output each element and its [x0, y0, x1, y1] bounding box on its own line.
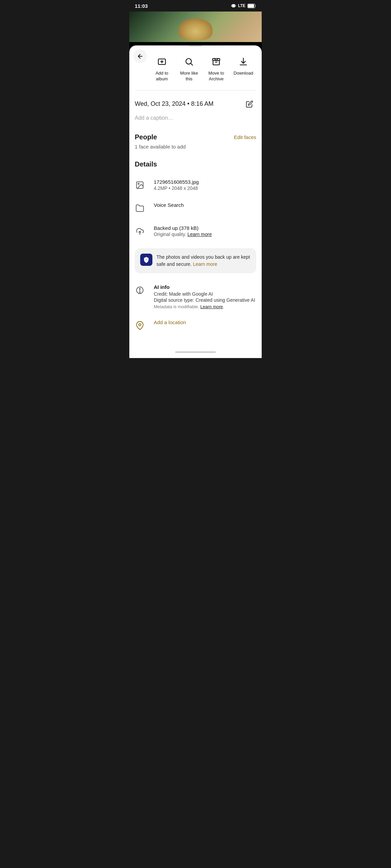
ai-detail-row: AI info Credit: Made with Google AI Digi…	[135, 279, 256, 314]
backup-detail-row: Backed up (378 kB) Original quality. Lea…	[135, 220, 256, 243]
bottom-sheet: Add to album More likethis	[129, 45, 262, 358]
people-title: People	[135, 133, 157, 141]
add-to-album-button[interactable]: Add to album	[148, 53, 175, 85]
add-location-label[interactable]: Add a location	[154, 319, 256, 325]
date-text: Wed, Oct 23, 2024 • 8:16 AM	[135, 100, 213, 107]
lte-icon: LTE	[238, 3, 245, 8]
ai-section: AI info Credit: Made with Google AI Digi…	[129, 276, 262, 340]
more-like-this-button[interactable]: More likethis	[175, 53, 203, 85]
backup-title: Backed up (378 kB)	[154, 225, 256, 231]
svg-rect-0	[231, 5, 232, 7]
ai-title: AI info	[154, 284, 256, 290]
people-subtitle: 1 face available to add	[135, 144, 256, 150]
svg-point-8	[186, 59, 191, 64]
image-file-icon	[135, 178, 148, 192]
folder-detail-row: Voice Search	[135, 197, 256, 220]
location-icon	[135, 319, 148, 332]
search-magnify-icon	[183, 56, 195, 68]
status-bar: 11:03 LTE	[129, 0, 262, 12]
home-indicator	[175, 351, 216, 353]
download-label: Download	[234, 71, 253, 76]
details-section: 1729651608553.jpg 4.2MP • 2048 x 2048 Vo…	[129, 171, 262, 245]
svg-rect-4	[248, 4, 254, 7]
create-button[interactable]: Cre...	[257, 53, 262, 85]
svg-rect-2	[232, 4, 235, 7]
ai-meta: Metadata is modifiable. Learn more.	[154, 304, 256, 309]
backup-subtitle: Original quality. Learn more	[154, 232, 256, 237]
file-detail-row: 1729651608553.jpg 4.2MP • 2048 x 2048	[135, 174, 256, 197]
back-button[interactable]	[133, 50, 147, 63]
ai-line2: Digital source type: Created using Gener…	[154, 297, 256, 303]
backup-learn-more[interactable]: Learn more	[187, 232, 212, 237]
move-to-archive-label: Move toArchive	[208, 71, 224, 82]
phone-container: 11:03 LTE	[129, 0, 262, 358]
bottom-spacer	[129, 340, 262, 347]
download-button[interactable]: Download	[230, 53, 257, 85]
caption-input[interactable]: Add a caption…	[135, 115, 256, 121]
security-card: G G The photos and videos you back up ar…	[135, 248, 256, 273]
download-icon	[237, 56, 249, 68]
cloud-backup-icon	[135, 224, 148, 238]
details-title: Details	[135, 160, 157, 168]
location-detail-row[interactable]: Add a location	[135, 314, 256, 337]
battery-icon	[247, 4, 256, 8]
photo-preview	[129, 12, 262, 42]
people-section: People Edit faces 1 face available to ad…	[129, 128, 262, 155]
edit-date-button[interactable]	[243, 97, 256, 111]
security-learn-more[interactable]: Learn more	[193, 261, 217, 267]
more-like-this-label: More likethis	[180, 71, 198, 82]
svg-line-9	[191, 63, 192, 65]
drag-handle	[189, 45, 202, 47]
ai-detail-content: AI info Credit: Made with Google AI Digi…	[154, 283, 256, 309]
move-to-archive-button[interactable]: Move toArchive	[203, 53, 230, 85]
status-icons: LTE	[231, 3, 256, 8]
bottom-nav-bar	[129, 347, 262, 358]
location-detail-content: Add a location	[154, 319, 256, 325]
svg-point-16	[139, 288, 140, 289]
status-time: 11:03	[135, 3, 148, 9]
security-text: The photos and videos you back up are ke…	[156, 254, 251, 268]
people-header: People Edit faces	[135, 133, 256, 141]
folder-name: Voice Search	[154, 202, 256, 208]
vibrate-icon	[231, 3, 236, 8]
svg-rect-1	[235, 5, 236, 7]
ai-learn-more[interactable]: Learn more	[200, 304, 223, 309]
folder-icon	[135, 201, 148, 215]
ai-info-icon	[135, 283, 148, 297]
details-section-header: Details	[129, 155, 262, 171]
date-row: Wed, Oct 23, 2024 • 8:16 AM	[135, 97, 256, 111]
archive-icon	[210, 56, 222, 68]
actions-row: Add to album More likethis	[129, 49, 262, 90]
ai-line1: Credit: Made with Google AI	[154, 291, 256, 297]
file-meta: 4.2MP • 2048 x 2048	[154, 185, 256, 191]
backup-detail-content: Backed up (378 kB) Original quality. Lea…	[154, 224, 256, 237]
edit-faces-button[interactable]: Edit faces	[234, 134, 256, 140]
svg-point-18	[139, 323, 141, 326]
folder-detail-content: Voice Search	[154, 201, 256, 209]
add-to-album-label: Add to album	[150, 71, 174, 82]
google-shield-icon: G G	[140, 254, 152, 266]
add-album-icon	[156, 56, 168, 68]
info-section: Wed, Oct 23, 2024 • 8:16 AM Add a captio…	[129, 91, 262, 128]
file-name: 1729651608553.jpg	[154, 179, 256, 185]
back-arrow-icon	[137, 53, 144, 60]
file-detail-content: 1729651608553.jpg 4.2MP • 2048 x 2048	[154, 178, 256, 191]
svg-point-12	[138, 183, 139, 184]
